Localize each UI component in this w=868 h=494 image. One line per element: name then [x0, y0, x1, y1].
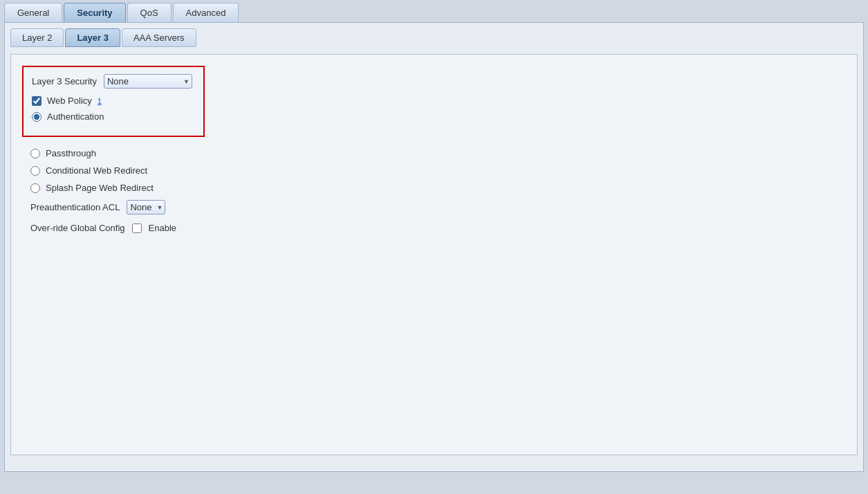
web-policy-checkbox[interactable] — [32, 96, 41, 106]
preauthentication-acl-dropdown[interactable]: None — [127, 200, 165, 214]
splash-page-web-redirect-label: Splash Page Web Redirect — [46, 183, 154, 193]
sub-tab-layer3[interactable]: Layer 3 — [65, 28, 120, 47]
inner-panel: Layer 3 Security None IPSec VPN Passthro… — [10, 54, 858, 455]
tab-advanced[interactable]: Advanced — [173, 3, 239, 22]
layer3-security-dropdown-wrapper: None IPSec VPN Passthrough — [104, 74, 192, 89]
top-tabs: General Security QoS Advanced — [0, 0, 868, 22]
authentication-row: Authentication — [32, 111, 192, 122]
authentication-radio[interactable] — [32, 112, 41, 122]
content-area: Layer 2 Layer 3 AAA Servers Layer 3 Secu… — [4, 22, 864, 472]
sub-tab-aaa-servers[interactable]: AAA Servers — [122, 28, 196, 47]
preauthentication-acl-label: Preauthentication ACL — [30, 202, 120, 212]
layer3-security-dropdown[interactable]: None IPSec VPN Passthrough — [104, 74, 192, 89]
passthrough-label: Passthrough — [46, 148, 96, 158]
override-global-config-label: Over-ride Global Config — [30, 223, 125, 233]
layer3-security-label: Layer 3 Security — [32, 76, 97, 86]
tab-qos[interactable]: QoS — [127, 3, 172, 22]
preauthentication-acl-row: Preauthentication ACL None — [30, 200, 846, 214]
preauthentication-acl-dropdown-wrapper: None — [127, 200, 165, 214]
splash-page-web-redirect-row: Splash Page Web Redirect — [30, 183, 846, 193]
conditional-web-redirect-row: Conditional Web Redirect — [30, 165, 846, 176]
tab-general[interactable]: General — [4, 3, 62, 22]
splash-page-web-redirect-radio[interactable] — [30, 183, 40, 193]
sub-tabs: Layer 2 Layer 3 AAA Servers — [10, 28, 858, 47]
passthrough-radio[interactable] — [30, 149, 40, 158]
conditional-web-redirect-radio[interactable] — [30, 166, 40, 176]
enable-label: Enable — [149, 223, 176, 233]
authentication-label: Authentication — [47, 111, 104, 122]
outside-options: Passthrough Conditional Web Redirect Spl… — [22, 148, 846, 233]
web-policy-row: Web Policy 1 — [32, 95, 192, 106]
override-global-config-checkbox[interactable] — [132, 223, 142, 233]
override-global-config-row: Over-ride Global Config Enable — [30, 223, 846, 233]
web-policy-footnote[interactable]: 1 — [98, 97, 102, 105]
layer3-security-section: Layer 3 Security None IPSec VPN Passthro… — [22, 66, 205, 137]
sub-tab-layer2[interactable]: Layer 2 — [10, 28, 64, 47]
layer3-security-row: Layer 3 Security None IPSec VPN Passthro… — [32, 74, 192, 89]
passthrough-row: Passthrough — [30, 148, 846, 158]
web-policy-label: Web Policy — [47, 95, 92, 106]
conditional-web-redirect-label: Conditional Web Redirect — [46, 165, 147, 176]
main-wrapper: General Security QoS Advanced Layer 2 La… — [0, 0, 868, 494]
tab-security[interactable]: Security — [64, 3, 125, 22]
